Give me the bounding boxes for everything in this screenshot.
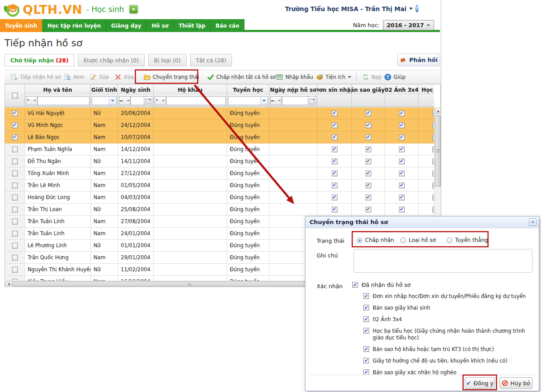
status-radio-option-2[interactable]: Tuyển thẳng — [447, 237, 488, 243]
checklist-checkbox[interactable] — [363, 328, 369, 334]
document-checkbox[interactable] — [399, 183, 405, 188]
status-tab-1[interactable]: Được chấp nhận(0) — [78, 54, 145, 66]
filter-input[interactable] — [130, 96, 144, 105]
document-checkbox[interactable] — [366, 110, 371, 116]
document-checkbox[interactable] — [332, 135, 338, 140]
column-header-4[interactable]: Hộ khẩu — [154, 85, 227, 95]
document-checkbox[interactable] — [399, 135, 405, 140]
column-header-10[interactable]: Học bạ ti — [419, 85, 434, 95]
feedback-button[interactable]: Phản hồi — [397, 53, 440, 66]
checklist-checkbox[interactable] — [363, 293, 369, 299]
table-row[interactable]: Lê Bảo NgọcNam10/07/2004Đúng tuyến — [5, 131, 434, 143]
ok-button[interactable]: ✔ Đồng ý — [465, 377, 495, 389]
column-header-9[interactable]: 02 Ảnh 3x4 — [385, 85, 419, 95]
row-select-checkbox[interactable] — [12, 219, 18, 225]
status-tab-2[interactable]: Bị loại(0) — [148, 54, 187, 66]
document-checkbox[interactable] — [332, 159, 338, 164]
row-select-checkbox[interactable] — [12, 207, 18, 212]
nav-tab-3[interactable]: Hồ sơ — [146, 19, 174, 32]
confirm-main-checkbox[interactable] — [352, 282, 358, 288]
document-checkbox[interactable] — [366, 207, 371, 212]
checklist-checkbox[interactable] — [363, 305, 369, 310]
document-checkbox[interactable] — [366, 171, 371, 176]
column-header-7[interactable]: Đơn xin nhập — [317, 85, 352, 95]
filter-input[interactable] — [37, 96, 89, 105]
row-select-checkbox[interactable] — [12, 195, 18, 200]
column-header-2[interactable]: Giới tính — [91, 85, 118, 95]
document-checkbox[interactable] — [366, 195, 371, 200]
calendar-icon[interactable] — [144, 96, 152, 105]
filter-operator-button[interactable]: =: — [119, 96, 130, 105]
column-header-8[interactable]: Bản sao giấy k — [352, 85, 385, 95]
table-row[interactable]: Tống Xuân MinhNam27/12/2004Đúng tuyến — [5, 167, 434, 180]
note-textarea[interactable] — [354, 249, 533, 273]
row-select-checkbox[interactable] — [12, 267, 18, 273]
document-checkbox[interactable] — [399, 195, 405, 200]
row-select-checkbox[interactable] — [12, 255, 18, 261]
document-checkbox[interactable] — [399, 122, 405, 128]
cancel-button[interactable]: Hủy bỏ — [500, 377, 533, 389]
row-select-checkbox[interactable] — [12, 231, 18, 237]
filter-operator-button[interactable]: *: — [155, 96, 166, 105]
column-header-1[interactable]: Họ và tên — [25, 85, 91, 95]
document-checkbox[interactable] — [332, 147, 338, 152]
row-select-checkbox[interactable] — [12, 110, 18, 116]
nav-tab-1[interactable]: Học tập rèn luyện — [42, 19, 106, 32]
account-menu[interactable]: Trường Tiểu học MISA - Trần Thị Mai ? — [285, 5, 419, 12]
school-year-dropdown[interactable]: 2016 - 2017 — [383, 20, 434, 30]
table-row[interactable]: Vũ Minh NgọcNam24/12/2004Đúng tuyến — [5, 119, 434, 131]
scroll-up-button[interactable] — [435, 108, 441, 114]
status-radio-option-0[interactable]: Chấp nhận — [357, 237, 394, 243]
row-select-checkbox[interactable] — [12, 147, 18, 152]
document-checkbox[interactable] — [366, 183, 371, 188]
document-checkbox[interactable] — [399, 207, 405, 212]
filter-select[interactable] — [92, 96, 117, 105]
help-icon[interactable]: ? — [415, 5, 419, 12]
vertical-scroll-thumb[interactable] — [435, 115, 441, 187]
document-checkbox[interactable] — [332, 183, 338, 188]
status-radio-option-1[interactable]: Loại hồ sơ — [400, 237, 436, 243]
module-dropdown-button[interactable] — [129, 5, 138, 14]
scroll-left-button[interactable] — [5, 282, 12, 287]
toolbar-button-import[interactable]: Nhập khẩu — [276, 70, 313, 84]
filter-operator-button[interactable]: =: — [270, 96, 282, 105]
document-checkbox[interactable] — [399, 171, 405, 176]
filter-operator-button[interactable]: *: — [26, 96, 37, 105]
filter-input[interactable] — [282, 96, 308, 105]
row-select-checkbox[interactable] — [12, 159, 18, 164]
filter-select[interactable] — [228, 96, 268, 105]
calendar-icon[interactable] — [308, 96, 316, 105]
document-checkbox[interactable] — [366, 122, 371, 128]
table-row[interactable]: Trần Thị LoanNữ25/08/2004Đúng tuyến — [5, 204, 434, 216]
document-checkbox[interactable] — [366, 135, 371, 140]
document-checkbox[interactable] — [399, 110, 405, 116]
toolbar-button-help[interactable]: ?Giúp — [384, 70, 406, 84]
toolbar-button-accept-all[interactable]: Chấp nhận tất cả hồ sơ — [207, 70, 276, 84]
nav-tab-4[interactable]: Thiết lập — [174, 19, 211, 32]
row-select-checkbox[interactable] — [12, 183, 18, 188]
row-select-checkbox[interactable] — [12, 243, 18, 249]
column-header-5[interactable]: Tuyến học — [227, 85, 269, 95]
document-checkbox[interactable] — [366, 147, 371, 152]
row-select-checkbox[interactable] — [12, 135, 18, 140]
document-checkbox[interactable] — [332, 171, 338, 176]
checklist-checkbox[interactable] — [363, 316, 369, 322]
table-row[interactable]: Hoàng Đức LongNam04/03/2004Đúng tuyến — [5, 192, 434, 204]
nav-tab-5[interactable]: Báo cáo — [211, 19, 244, 32]
table-row[interactable]: Vũ Hải NguyệtNữ20/06/2004Đúng tuyến — [5, 107, 434, 119]
checklist-checkbox[interactable] — [363, 346, 369, 352]
table-row[interactable]: Đỗ Thu NgânNữ14/11/2004Đúng tuyến — [5, 155, 434, 167]
document-checkbox[interactable] — [399, 147, 405, 152]
document-checkbox[interactable] — [399, 159, 405, 164]
toolbar-button-folder[interactable]: Chuyển trạng thái — [143, 70, 199, 84]
column-header-3[interactable]: Ngày sinh — [118, 85, 154, 95]
checklist-checkbox[interactable] — [363, 358, 369, 363]
table-row[interactable]: Phạm Tuấn NghĩaNam14/12/2004Đúng tuyến — [5, 143, 434, 155]
table-row[interactable]: Trần Lê MinhNam01/05/2004Đúng tuyến — [5, 180, 434, 192]
nav-tab-0[interactable]: Tuyển sinh — [0, 19, 42, 32]
document-checkbox[interactable] — [332, 122, 338, 128]
document-checkbox[interactable] — [332, 195, 338, 200]
filter-input[interactable] — [166, 96, 226, 105]
document-checkbox[interactable] — [366, 159, 371, 164]
document-checkbox[interactable] — [332, 110, 338, 116]
